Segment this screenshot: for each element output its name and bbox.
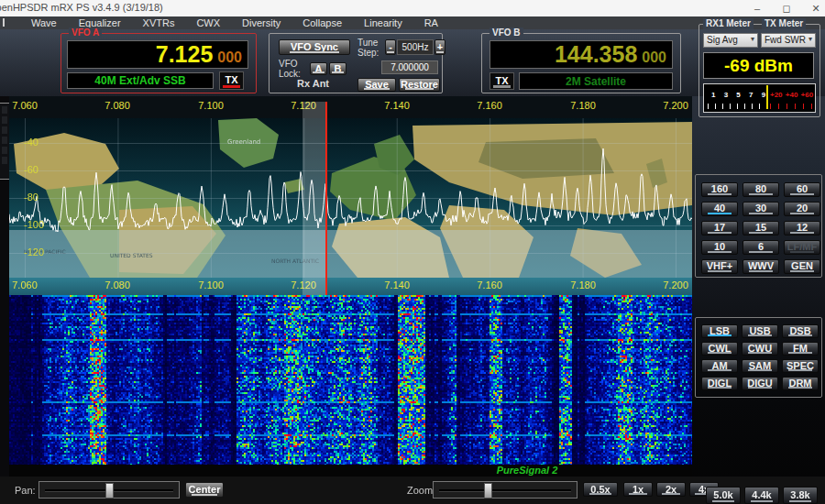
pan-label: Pan: <box>15 485 36 496</box>
vfo-b-group: VFO B 144.358 000 TX 2M Satellite <box>481 33 681 93</box>
pan-slider[interactable] <box>38 481 180 499</box>
filter-3-8k-button[interactable]: 3.8k <box>783 487 818 504</box>
maximize-button[interactable]: ◻ <box>776 1 798 16</box>
vfo-lock-a-button[interactable]: A <box>310 62 327 75</box>
zoom-0-5x-button[interactable]: 0.5x <box>583 482 618 497</box>
vfo-b-label: VFO B <box>490 27 523 38</box>
chevron-down-icon: ▾ <box>808 35 812 43</box>
band-button-vhf[interactable]: VHF+ <box>701 259 738 274</box>
mode-button-usb[interactable]: USB <box>742 324 778 338</box>
freq-tick: 7.080 <box>104 279 130 290</box>
panadapter-frequency-scale[interactable]: 7.060 7.080 7.100 7.120 7.140 7.160 7.18… <box>9 96 692 118</box>
frequency-entry-field[interactable]: 7.000000 <box>381 60 438 74</box>
rx1-meter-label: RX1 Meter <box>703 18 754 29</box>
vfo-control-group: VFO Sync VFOLock: A B Rx Ant TuneStep: -… <box>269 33 443 93</box>
mode-button-dsb[interactable]: DSB <box>782 324 819 338</box>
mode-button-digl[interactable]: DIGL <box>701 377 738 390</box>
vfo-a-frequency-display[interactable]: 7.125 000 <box>67 40 248 69</box>
menu-item-ra[interactable]: RA <box>424 17 438 28</box>
band-group: 160 80 60 40 30 20 17 15 12 10 6 LF/MF V… <box>695 174 822 278</box>
meter-reading: -69 dBm <box>703 52 814 79</box>
band-button-60[interactable]: 60 <box>784 182 820 197</box>
puresignal-label: PureSignal 2 <box>497 465 558 476</box>
menu-item-wave[interactable]: Wave <box>31 17 57 28</box>
filter-4-4k-button[interactable]: 4.4k <box>744 487 779 504</box>
mode-button-cwl[interactable]: CWL <box>701 342 738 356</box>
tune-step-minus-button[interactable]: - <box>385 39 396 55</box>
center-button[interactable]: Center <box>185 482 224 498</box>
vfo-b-freq-main: 144.358 <box>555 41 637 68</box>
mode-button-fm[interactable]: FM <box>782 342 819 356</box>
vfo-b-band-text: 2M Satellite <box>519 72 673 90</box>
freq-tick: 7.140 <box>384 279 410 290</box>
puresignal-bar: PureSignal 2 <box>9 465 692 477</box>
vfo-a-tx-button[interactable]: TX <box>219 71 244 90</box>
minimize-button[interactable]: – <box>746 1 768 16</box>
filter-5k-button[interactable]: 5.0k <box>706 487 741 504</box>
close-button[interactable]: ✕ <box>805 1 825 16</box>
menu-item-xvtrs[interactable]: XVTRs <box>143 17 175 28</box>
tx-meter-select[interactable]: Fwd SWR▾ <box>761 33 816 48</box>
menu-item-diversity[interactable]: Diversity <box>242 17 280 28</box>
band-button-15[interactable]: 15 <box>742 221 779 236</box>
zoom-1x-button[interactable]: 1x <box>623 482 653 497</box>
mode-button-spec[interactable]: SPEC <box>782 359 819 373</box>
rx-meter-select[interactable]: Sig Avg▾ <box>703 33 758 48</box>
meter-scale-s-units: 1 3 5 7 9 <box>711 91 765 99</box>
band-button-wwv[interactable]: WWV <box>742 259 779 274</box>
band-button-20[interactable]: 20 <box>784 202 820 216</box>
zoom-label: Zoom: <box>407 485 435 496</box>
menu-item-cwx[interactable]: CWX <box>196 17 220 28</box>
tuning-cursor-line[interactable] <box>325 102 327 295</box>
meter-ticks-red <box>770 104 812 109</box>
mode-button-am[interactable]: AM <box>701 359 738 373</box>
vfo-sync-button[interactable]: VFO Sync <box>279 39 350 55</box>
band-button-gen[interactable]: GEN <box>784 259 820 274</box>
vfo-a-label: VFO A <box>69 27 102 38</box>
band-button-80[interactable]: 80 <box>742 182 779 197</box>
rx-ant-label: Rx Ant <box>297 79 329 89</box>
menu-item-collapse[interactable]: Collapse <box>302 17 342 28</box>
vfo-b-frequency-display[interactable]: 144.358 000 <box>490 40 673 69</box>
panadapter-canvas[interactable] <box>9 118 692 278</box>
vfo-a-freq-main: 7.125 <box>156 41 214 68</box>
bottom-control-bar: Pan: Center Zoom: 0.5x 1x 2x 4x <box>0 477 825 504</box>
mode-button-drm[interactable]: DRM <box>782 377 819 390</box>
freq-tick: 7.160 <box>477 100 502 111</box>
menu-item-linearity[interactable]: Linearity <box>364 17 402 28</box>
filter-passband-overlay[interactable] <box>302 102 326 295</box>
band-button-10[interactable]: 10 <box>701 240 738 255</box>
vfo-lock-b-button[interactable]: B <box>329 62 346 75</box>
freq-tick: 7.180 <box>570 100 596 111</box>
waterfall-canvas[interactable] <box>9 295 692 465</box>
tune-step-plus-button[interactable]: + <box>434 39 446 55</box>
freq-tick: 7.140 <box>384 100 410 111</box>
band-button-17[interactable]: 17 <box>701 221 738 236</box>
band-button-30[interactable]: 30 <box>742 202 779 216</box>
zoom-slider[interactable] <box>433 481 578 499</box>
waterfall-frequency-scale[interactable]: 7.060 7.080 7.100 7.120 7.140 7.160 7.18… <box>9 278 692 295</box>
band-button-40[interactable]: 40 <box>701 202 738 216</box>
mode-button-sam[interactable]: SAM <box>742 359 778 373</box>
pan-slider-thumb[interactable] <box>105 483 114 499</box>
meter-group: RX1 Meter TX Meter Sig Avg▾ Fwd SWR▾ -69… <box>698 24 820 117</box>
window-title: OpenHPSDR mRX PS v3.4.9 (3/19/18) <box>0 2 163 13</box>
mode-button-lsb[interactable]: LSB <box>701 324 738 338</box>
tune-step-value[interactable]: 500Hz <box>397 39 434 55</box>
zoom-2x-button[interactable]: 2x <box>656 482 686 497</box>
db-tick: -60 <box>24 164 38 175</box>
chevron-down-icon: ▾ <box>751 35 754 43</box>
save-button[interactable]: Save <box>358 78 396 92</box>
restore-button[interactable]: Restore <box>399 78 440 92</box>
vfo-b-freq-sub: 000 <box>642 49 666 66</box>
vfo-b-tx-button[interactable]: TX <box>490 72 514 90</box>
mode-group: LSB USB DSB CWL CWU FM AM SAM SPEC DIGL … <box>695 317 822 398</box>
mode-button-digu[interactable]: DIGU <box>742 377 778 390</box>
band-button-6[interactable]: 6 <box>742 240 779 255</box>
band-button-12[interactable]: 12 <box>784 221 820 236</box>
zoom-slider-thumb[interactable] <box>484 483 492 499</box>
band-button-160[interactable]: 160 <box>701 182 738 197</box>
freq-tick: 7.080 <box>104 100 130 111</box>
mode-button-cwu[interactable]: CWU <box>742 342 778 356</box>
meter-scale-over-s9: +20 +40 +60 <box>770 91 813 99</box>
